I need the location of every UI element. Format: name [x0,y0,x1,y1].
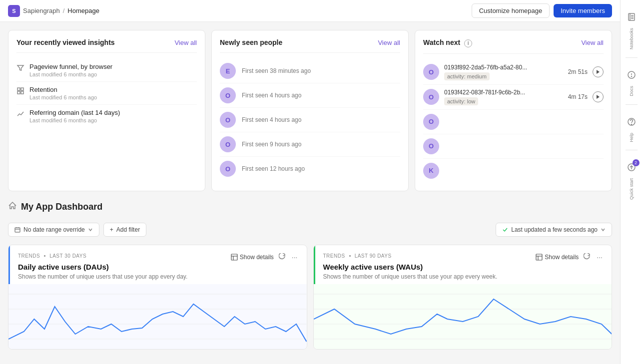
newly-seen-view-all[interactable]: View all [378,39,400,46]
watch-time: 2m 51s [568,68,588,75]
play-button[interactable] [593,66,604,77]
list-item[interactable]: O First seen 12 hours ago [220,157,400,181]
watch-id: 0193f892-2da5-76fb-a5a2-80... [444,64,563,71]
avatar: O [423,89,439,105]
play-button[interactable] [593,91,604,102]
table-icon [231,254,238,261]
svg-rect-15 [536,254,542,260]
chart-cards-row: TRENDS LAST 30 DAYS Show details [8,245,612,350]
topbar-right: Customize homepage Invite members [472,3,612,18]
list-item[interactable]: E First seen 38 minutes ago [220,59,400,83]
list-item[interactable]: K [423,159,604,183]
dashboard-header: My App Dashboard [8,199,612,215]
chart-meta: TRENDS LAST 90 DAYS [323,253,392,259]
people-list: E First seen 38 minutes ago O First seen… [220,59,400,181]
list-item[interactable]: O 0193f422-083f-781f-9c6b-2b... activity… [423,85,604,110]
avatar: O [220,136,236,152]
person-time: First seen 12 hours ago [242,165,305,172]
list-item[interactable]: O [423,110,604,134]
chevron-down-icon [601,227,606,232]
list-item[interactable]: O First seen 4 hours ago [220,83,400,108]
watch-time: 4m 17s [568,93,588,100]
avatar: O [220,112,236,128]
divider [626,104,638,105]
recently-viewed-card: Your recently viewed insights View all P… [8,30,205,191]
svg-rect-1 [21,88,23,90]
help-icon[interactable] [623,113,641,131]
svg-rect-6 [15,228,20,232]
watch-next-header: Watch next i View all [423,38,604,47]
dot-separator [349,255,351,257]
docs-icon[interactable] [623,66,641,84]
recently-viewed-view-all[interactable]: View all [174,39,197,46]
list-item[interactable]: O 0193f892-2da5-76fb-a5a2-80... activity… [423,60,604,85]
dot-separator [44,255,45,257]
divider [626,150,638,150]
list-item[interactable]: O First seen 9 hours ago [220,132,400,157]
more-options-button[interactable]: ··· [596,252,604,262]
watch-badge: activity: medium [444,72,490,80]
person-time: First seen 4 hours ago [242,92,301,99]
quickstart-label: Quick start [629,178,634,200]
info-icon[interactable]: i [464,39,472,47]
watch-next-card: Watch next i View all O 0193f892-2da5-76… [415,30,612,191]
notebooks-icon[interactable] [623,8,641,26]
chart-meta-row: TRENDS LAST 90 DAYS Show details [323,252,604,263]
sidebar-quickstart-section: 2 Quick start [623,154,641,204]
right-sidebar: Notebooks Docs Help 2 Quick start [620,0,642,364]
svg-marker-4 [597,70,600,74]
watch-info: 0193f422-083f-781f-9c6b-2b... activity: … [444,89,563,105]
avatar: O [423,114,439,130]
docs-label: Docs [629,86,634,96]
wau-chart-body [314,284,612,349]
trend-icon [16,110,24,118]
quickstart-icon[interactable]: 2 [623,158,641,176]
watch-id: 0193f422-083f-781f-9c6b-2b... [444,89,563,96]
divider [626,57,638,58]
avatar: E [220,63,236,79]
chart-meta: TRENDS LAST 30 DAYS [18,253,86,259]
chart-description: Shows the number of unique users that us… [323,273,604,280]
list-item[interactable]: Pageview funnel, by browser Last modifie… [16,59,197,82]
chart-meta-row: TRENDS LAST 30 DAYS Show details [18,252,299,263]
customize-homepage-button[interactable]: Customize homepage [472,3,550,18]
retention-icon [16,87,24,95]
chart-title: Daily active users (DAUs) [18,263,299,271]
filter-left: No date range override + Add filter [8,223,146,237]
page-title: Homepage [67,7,99,14]
filter-bar: No date range override + Add filter Last… [8,223,612,237]
insight-text: Retention Last modified 6 months ago [29,86,97,100]
top-cards-row: Your recently viewed insights View all P… [8,30,612,191]
list-item[interactable]: O [423,134,604,159]
more-options-button[interactable]: ··· [291,252,299,262]
newly-seen-title: Newly seen people [220,38,282,46]
show-details-button[interactable]: Show details [231,254,274,261]
show-details-button[interactable]: Show details [536,254,579,261]
chart-actions: Show details ··· [536,252,604,263]
recently-viewed-title: Your recently viewed insights [16,38,115,46]
list-item[interactable]: Retention Last modified 6 months ago [16,82,197,105]
quickstart-badge: 2 [633,159,640,166]
insight-text: Referring domain (last 14 days) Last mod… [29,109,120,123]
avatar: O [220,161,236,177]
refresh-button[interactable] [583,252,592,263]
invite-members-button[interactable]: Invite members [554,4,612,17]
watch-next-view-all[interactable]: View all [581,39,604,46]
avatar: O [423,64,439,80]
add-filter-button[interactable]: + Add filter [103,223,146,237]
insights-list: Pageview funnel, by browser Last modifie… [16,59,197,127]
last-updated-button[interactable]: Last updated a few seconds ago [496,223,612,237]
divider [423,53,604,54]
brand-name: Sapiengraph [23,7,60,14]
avatar: O [423,138,439,154]
list-item[interactable]: Referring domain (last 14 days) Last mod… [16,105,197,127]
sidebar-docs-section: Docs [623,62,641,100]
refresh-button[interactable] [278,252,287,263]
divider [16,52,197,53]
recently-viewed-header: Your recently viewed insights View all [16,38,197,46]
help-label: Help [629,133,634,142]
list-item[interactable]: O First seen 4 hours ago [220,108,400,132]
watch-badge: activity: low [444,97,478,105]
date-range-filter-button[interactable]: No date range override [8,223,99,237]
svg-rect-0 [17,88,20,90]
